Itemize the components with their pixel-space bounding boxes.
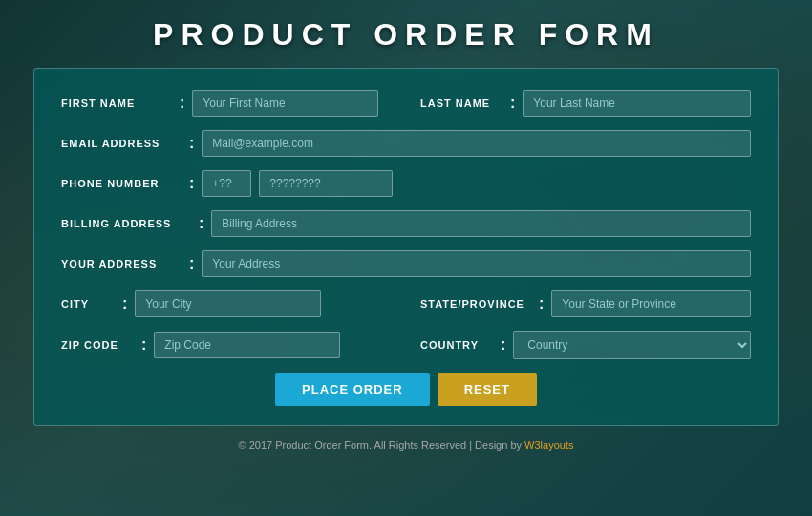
billing-row: BILLING ADDRESS : (61, 210, 751, 237)
address-input[interactable] (202, 250, 751, 277)
city-label: CITY (61, 298, 118, 310)
city-input[interactable] (135, 290, 321, 317)
country-col: COUNTRY : CountryUnited StatesUnited Kin… (420, 331, 751, 359)
email-label: EMAIL ADDRESS (61, 138, 185, 149)
name-row: FIRST NAME : LAST NAME : (61, 90, 751, 117)
email-row: EMAIL ADDRESS : (61, 130, 751, 157)
address-label: YOUR ADDRESS (61, 258, 185, 269)
state-label: STATE/PROVINCE (420, 298, 535, 310)
zip-col: ZIP CODE : (61, 332, 392, 358)
zip-input[interactable] (154, 332, 340, 358)
billing-input[interactable] (211, 210, 751, 237)
phone-label: PHONE NUMBER (61, 178, 185, 189)
address-row: YOUR ADDRESS : (61, 250, 751, 277)
reset-button[interactable]: RESET (438, 373, 537, 406)
country-label: COUNTRY (420, 339, 497, 351)
page-title: PRODUCT ORDER FORM (153, 17, 659, 53)
last-name-label: LAST NAME (420, 97, 506, 109)
footer: © 2017 Product Order Form. All Rights Re… (239, 440, 574, 451)
email-input[interactable] (202, 130, 751, 157)
last-name-input[interactable] (523, 90, 751, 117)
country-select[interactable]: CountryUnited StatesUnited KingdomCanada… (513, 331, 751, 359)
city-col: CITY : (61, 290, 392, 317)
footer-text: © 2017 Product Order Form. All Rights Re… (239, 440, 525, 451)
form-card: FIRST NAME : LAST NAME : EMAIL ADDRESS :… (33, 68, 779, 426)
city-state-row: CITY : STATE/PROVINCE : (61, 290, 751, 317)
footer-link[interactable]: W3layouts (524, 440, 573, 451)
billing-label: BILLING ADDRESS (61, 218, 195, 229)
first-name-col: FIRST NAME : (61, 90, 392, 117)
first-name-input[interactable] (192, 90, 378, 117)
state-col: STATE/PROVINCE : (420, 290, 751, 317)
button-row: PLACE ORDER RESET (61, 373, 751, 406)
first-name-label: FIRST NAME (61, 97, 176, 109)
place-order-button[interactable]: PLACE ORDER (275, 373, 430, 406)
zip-label: ZIP CODE (61, 339, 138, 351)
phone-number-input[interactable] (259, 170, 393, 197)
zip-country-row: ZIP CODE : COUNTRY : CountryUnited State… (61, 331, 751, 359)
state-input[interactable] (551, 290, 751, 317)
phone-row: PHONE NUMBER : (61, 170, 751, 197)
last-name-col: LAST NAME : (420, 90, 751, 117)
phone-code-input[interactable] (202, 170, 251, 197)
